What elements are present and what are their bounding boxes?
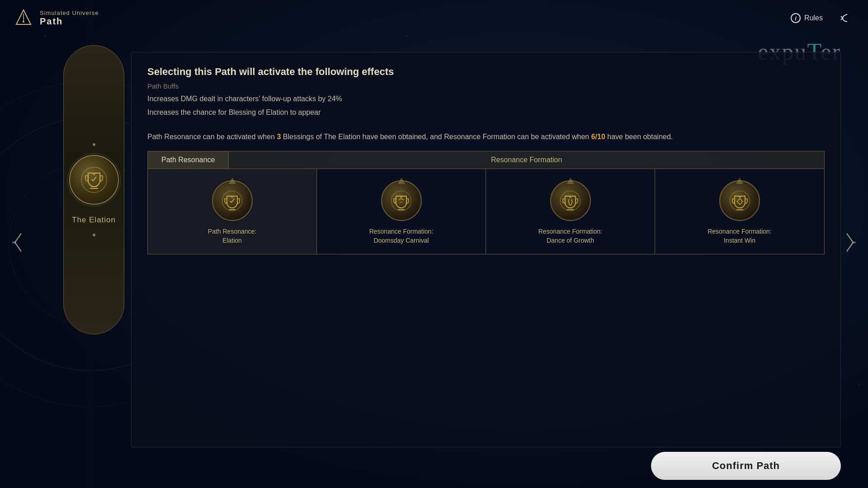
svg-point-35 <box>739 196 741 198</box>
cell-label-4: Resonance Formation: Instant Win <box>708 227 772 245</box>
top-navigation: Simulated Universe Path i Rules <box>0 0 868 36</box>
list-item[interactable]: Resonance Formation: Doomsday Carnival <box>317 169 486 254</box>
svg-point-14 <box>93 173 95 175</box>
path-card: The Elation <box>63 45 124 334</box>
tab-resonance-formation[interactable]: Resonance Formation <box>229 151 824 169</box>
card-bottom-dot <box>93 234 95 236</box>
cell-icon-wrapper-4 <box>719 180 760 221</box>
dance-icon <box>558 188 583 213</box>
panel-header: Selecting this Path will activate the fo… <box>147 66 825 118</box>
path-icon <box>78 164 110 196</box>
panel-buff1: Increases DMG dealt in characters' follo… <box>147 94 825 104</box>
left-arrow-icon <box>11 231 25 254</box>
app-logo <box>14 8 33 28</box>
confirm-path-button[interactable]: Confirm Path <box>651 452 841 480</box>
next-path-button[interactable] <box>839 222 861 266</box>
icons-grid: Path Resonance: Elation <box>147 169 825 254</box>
cell-icon-wrapper-3 <box>550 180 591 221</box>
cell-label-2: Resonance Formation: Doomsday Carnival <box>369 227 434 245</box>
resonance-count-2: 6/10 <box>591 133 605 141</box>
tab1-label: Path Resonance <box>161 156 215 164</box>
cell-label-1: Path Resonance: Elation <box>208 227 256 245</box>
nav-title-group: Simulated Universe Path <box>40 9 99 27</box>
doomsday-icon <box>389 188 414 213</box>
main-panel: Selecting this Path will activate the fo… <box>131 52 841 447</box>
path-icon-wrapper <box>69 155 119 205</box>
panel-section-label: Path Buffs <box>147 82 825 90</box>
svg-point-22 <box>400 196 402 198</box>
info-icon: i <box>791 13 801 23</box>
svg-point-8 <box>12 242 14 244</box>
elation-icon <box>220 188 245 213</box>
svg-point-6 <box>23 21 24 23</box>
nav-subtitle: Simulated Universe <box>40 9 99 16</box>
list-item[interactable]: Resonance Formation: Dance of Growth <box>486 169 655 254</box>
instant-win-icon <box>727 188 752 213</box>
prev-path-button[interactable] <box>7 222 29 266</box>
nav-right: i Rules <box>791 9 854 27</box>
cell-icon-wrapper-2 <box>381 180 422 221</box>
nav-left: Simulated Universe Path <box>14 8 99 28</box>
tabs-row: Path Resonance Resonance Formation <box>147 151 825 169</box>
rules-button[interactable]: i Rules <box>791 13 823 23</box>
panel-buff2: Increases the chance for Blessing of Ela… <box>147 107 825 118</box>
svg-point-18 <box>231 196 233 198</box>
svg-point-26 <box>569 196 571 198</box>
svg-point-30 <box>737 199 742 204</box>
path-name: The Elation <box>72 216 116 225</box>
tab2-label: Resonance Formation <box>491 156 562 164</box>
back-button[interactable] <box>836 9 854 27</box>
tab-path-resonance[interactable]: Path Resonance <box>148 151 229 169</box>
resonance-text-3: have been obtained. <box>605 133 673 141</box>
panel-title: Selecting this Path will activate the fo… <box>147 66 825 78</box>
list-item[interactable]: Resonance Formation: Instant Win <box>655 169 824 254</box>
svg-point-9 <box>852 242 854 244</box>
resonance-text-2: Blessings of The Elation have been obtai… <box>281 133 591 141</box>
right-arrow-icon <box>843 231 857 254</box>
resonance-count-1: 3 <box>277 133 281 141</box>
card-top-dot <box>93 143 95 146</box>
confirm-path-label: Confirm Path <box>712 460 780 471</box>
svg-point-11 <box>81 167 107 192</box>
rules-label: Rules <box>804 14 823 22</box>
back-icon <box>839 12 852 24</box>
resonance-text-1: Path Resonance can be activated when <box>147 133 277 141</box>
svg-point-7 <box>14 242 16 244</box>
resonance-info: Path Resonance can be activated when 3 B… <box>147 131 825 143</box>
cell-icon-wrapper-1 <box>212 180 253 221</box>
nav-title: Path <box>40 16 99 27</box>
cell-label-3: Resonance Formation: Dance of Growth <box>538 227 603 245</box>
svg-point-10 <box>854 242 856 244</box>
list-item[interactable]: Path Resonance: Elation <box>148 169 317 254</box>
